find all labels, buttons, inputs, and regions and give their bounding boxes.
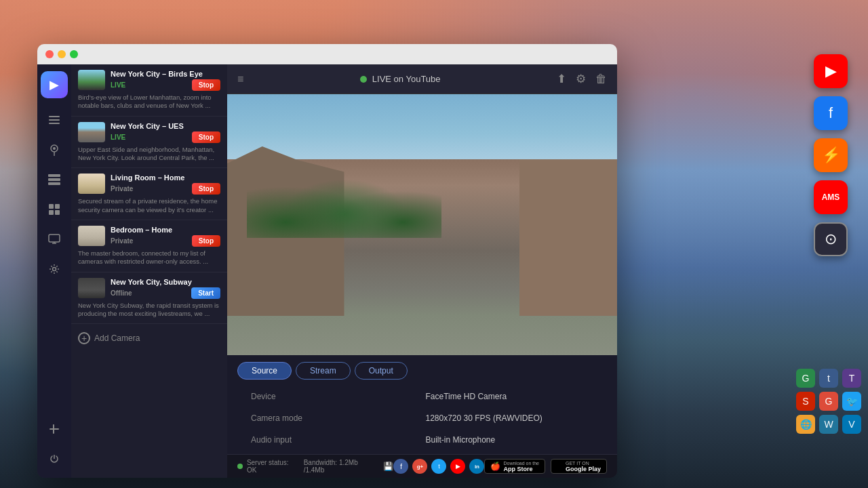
svg-rect-6 — [48, 178, 60, 181]
sidebar-icon-power[interactable] — [42, 447, 66, 471]
social-youtube-icon[interactable]: ▶ — [450, 459, 465, 474]
camera-desc-5: New York City Subway, the rapid transit … — [78, 302, 220, 319]
right-app-icons-panel: ▶ f ⚡ AMS ⊙ — [814, 54, 848, 256]
social-linkedin-icon[interactable]: in — [469, 459, 484, 474]
bottom-panel: Source Stream Output Device FaceTime HD … — [227, 355, 617, 454]
camera-desc-4: The master bedroom, connected to my list… — [78, 249, 220, 266]
delete-icon[interactable]: 🗑 — [595, 73, 607, 86]
sidebar-icon-settings[interactable] — [42, 257, 66, 281]
app-logo[interactable]: ▶ — [41, 71, 68, 98]
camera-name-4: Bedroom – Home — [111, 226, 220, 234]
camera-item-3[interactable]: Living Room – Home Private Stop Secured … — [71, 168, 227, 220]
camera-info-2: New York City – UES LIVE Stop — [111, 122, 220, 143]
camera-status-5: Offline — [111, 289, 132, 297]
youtube-app-icon[interactable]: ▶ — [814, 54, 848, 88]
camera-stop-btn-2[interactable]: Stop — [192, 131, 220, 143]
google-play-sub: GET IT ON — [566, 461, 601, 466]
target-app-icon[interactable]: ⊙ — [814, 222, 848, 256]
camera-list: New York City – Birds Eye LIVE Stop Bird… — [71, 64, 227, 478]
facebook-app-icon[interactable]: f — [814, 96, 848, 130]
dock-icon-4[interactable]: S — [796, 392, 815, 411]
camera-info-5: New York City, Subway Offline Start — [111, 278, 220, 299]
add-camera-label: Add Camera — [94, 333, 140, 343]
google-play-icon: ▶ — [557, 462, 563, 471]
camera-mode-label: Camera mode — [251, 411, 419, 426]
status-dot — [237, 464, 243, 469]
top-bar: ≡ LIVE on YouTube ⬆ ⚙ 🗑 — [227, 64, 617, 94]
maximize-button[interactable] — [70, 50, 78, 58]
camera-desc-1: Bird's-eye view of Lower Manhattan, zoom… — [78, 94, 220, 110]
svg-point-13 — [53, 268, 56, 271]
svg-point-4 — [53, 147, 56, 150]
svg-rect-0 — [49, 116, 60, 117]
sidebar-icon-list[interactable] — [42, 167, 66, 192]
camera-stop-btn-4[interactable]: Stop — [192, 235, 220, 247]
camera-item-1[interactable]: New York City – Birds Eye LIVE Stop Bird… — [71, 64, 227, 117]
google-play-badge[interactable]: ▶ GET IT ON Google Play — [551, 459, 607, 474]
live-status-text: LIVE on YouTube — [372, 74, 441, 84]
social-facebook-icon[interactable]: f — [393, 459, 408, 474]
google-play-main: Google Play — [566, 466, 601, 472]
window-controls — [45, 50, 78, 58]
camera-name-2: New York City – UES — [111, 122, 220, 130]
main-content: ≡ LIVE on YouTube ⬆ ⚙ 🗑 — [227, 64, 617, 478]
apple-icon: 🍎 — [490, 462, 500, 471]
camera-name-3: Living Room – Home — [111, 174, 220, 182]
dock-icons-panel: G t T S G 🐦 🌐 W V — [796, 369, 861, 434]
settings-icon[interactable]: ⚙ — [576, 72, 586, 86]
tab-stream[interactable]: Stream — [296, 362, 351, 380]
camera-start-btn-5[interactable]: Start — [191, 287, 220, 299]
camera-thumb-2 — [78, 122, 105, 142]
live-dot — [360, 76, 367, 83]
add-camera-icon: + — [78, 332, 90, 344]
dock-icon-1[interactable]: G — [796, 369, 815, 388]
share-icon[interactable]: ⬆ — [557, 72, 566, 86]
dock-icon-3[interactable]: T — [842, 369, 861, 388]
sidebar-icon-layers[interactable] — [42, 108, 66, 132]
video-background — [227, 94, 617, 355]
sidebar-icon-monitor[interactable] — [42, 227, 66, 251]
camera-info-3: Living Room – Home Private Stop — [111, 174, 220, 195]
dock-icon-8[interactable]: W — [819, 415, 838, 434]
sidebar-icon-location[interactable] — [42, 138, 66, 162]
dock-icon-2[interactable]: t — [819, 369, 838, 388]
camera-name-1: New York City – Birds Eye — [111, 70, 220, 78]
tab-output[interactable]: Output — [355, 362, 408, 380]
bandwidth-text: Bandwidth: 1.2Mb /1.4Mb — [304, 459, 380, 474]
camera-item-4[interactable]: Bedroom – Home Private Stop The master b… — [71, 220, 227, 272]
tab-row: Source Stream Output — [237, 362, 607, 380]
top-bar-center: LIVE on YouTube — [250, 74, 550, 84]
dock-icon-5[interactable]: G — [819, 392, 838, 411]
camera-status-1: LIVE — [111, 81, 125, 89]
camera-desc-2: Upper East Side and neighborhood, Manhat… — [78, 146, 220, 163]
svg-rect-5 — [48, 174, 60, 177]
add-camera-button[interactable]: + Add Camera — [71, 324, 227, 352]
svg-rect-7 — [48, 182, 60, 185]
camera-info-1: New York City – Birds Eye LIVE Stop — [111, 70, 220, 91]
camera-item-2[interactable]: New York City – UES LIVE Stop Upper East… — [71, 117, 227, 169]
building-right — [519, 159, 617, 316]
camera-item-5[interactable]: New York City, Subway Offline Start New … — [71, 272, 227, 325]
server-status-text: Server status: OK — [247, 459, 300, 474]
dock-icon-6[interactable]: 🐦 — [842, 392, 861, 411]
menu-icon[interactable]: ≡ — [237, 73, 243, 85]
sidebar-icon-grid[interactable] — [42, 197, 66, 222]
audio-input-value: Built-in Microphone — [426, 432, 594, 447]
camera-mode-value: 868x488 30 FPS (RAWVIDEO) — [426, 411, 594, 426]
dock-icon-7[interactable]: 🌐 — [796, 415, 815, 434]
tab-source[interactable]: Source — [237, 362, 292, 380]
svg-rect-12 — [49, 235, 60, 242]
social-googleplus-icon[interactable]: g+ — [412, 459, 427, 474]
video-preview — [227, 94, 617, 355]
minimize-button[interactable] — [58, 50, 66, 58]
camera-stop-btn-3[interactable]: Stop — [192, 183, 220, 195]
camera-stop-btn-1[interactable]: Stop — [192, 79, 220, 91]
ams-app-icon[interactable]: AMS — [814, 180, 848, 214]
app-store-main: App Store — [503, 466, 539, 472]
sidebar-icon-plus[interactable] — [42, 417, 66, 441]
thunder-app-icon[interactable]: ⚡ — [814, 138, 848, 172]
social-twitter-icon[interactable]: t — [431, 459, 446, 474]
close-button[interactable] — [45, 50, 54, 58]
dock-icon-9[interactable]: V — [842, 415, 861, 434]
app-store-badge[interactable]: 🍎 Download on the App Store — [484, 459, 545, 474]
